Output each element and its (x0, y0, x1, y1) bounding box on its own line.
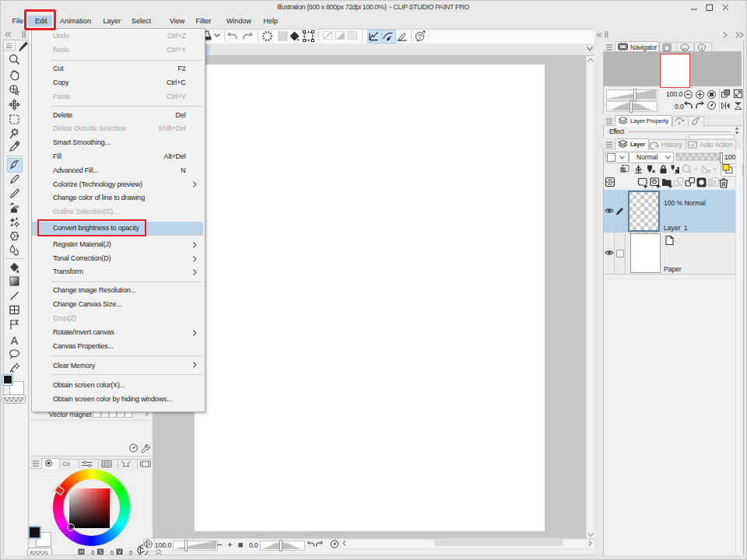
svg-text:S: S (99, 549, 103, 555)
svg-text:?: ? (418, 32, 422, 40)
svg-text:V: V (117, 549, 121, 555)
svg-text:A: A (11, 334, 19, 346)
svg-text:Co: Co (62, 460, 71, 467)
svg-text:H: H (79, 549, 83, 555)
